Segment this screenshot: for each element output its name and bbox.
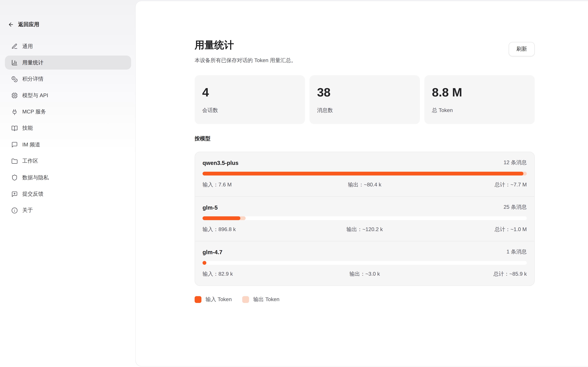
legend-output-token: 输出 Token	[242, 296, 280, 303]
token-usage-bar	[202, 172, 527, 176]
bar-chart-icon	[11, 59, 18, 66]
stat-label: 会话数	[202, 107, 298, 114]
sidebar-item-label: 模型与 API	[22, 92, 48, 99]
info-icon	[11, 207, 18, 214]
stat-card-sessions: 4 会话数	[195, 75, 305, 124]
plug-icon	[11, 109, 18, 115]
sidebar-item-general[interactable]: 通用	[5, 39, 131, 53]
stat-value: 4	[202, 86, 298, 100]
sidebar-item-mcp[interactable]: MCP 服务	[5, 105, 131, 119]
output-tokens: 输出：~3.0 k	[311, 271, 419, 278]
book-open-icon	[11, 125, 18, 132]
stat-value: 8.8 M	[432, 86, 527, 100]
total-tokens: 总计：~7.7 M	[419, 182, 527, 188]
message-plus-icon	[11, 191, 18, 197]
sidebar-item-label: 数据与隐私	[22, 174, 49, 181]
input-tokens: 输入：896.8 k	[202, 226, 311, 233]
message-square-icon	[11, 142, 18, 148]
refresh-button[interactable]: 刷新	[508, 42, 535, 56]
token-usage-bar	[202, 261, 527, 265]
stat-value: 38	[317, 86, 412, 100]
input-token-segment	[202, 216, 240, 220]
total-tokens: 总计：~85.9 k	[419, 271, 527, 278]
back-to-app-button[interactable]: 返回应用	[8, 21, 39, 28]
back-to-app-label: 返回应用	[18, 21, 39, 28]
app-window: 返回应用 通用 用量统计 积分详情	[0, 0, 588, 367]
sidebar-item-models-api[interactable]: 模型与 API	[5, 89, 131, 102]
model-row-qwen3.5-plus: qwen3.5-plus 12 条消息 输入：7.6 M 输出：~80.4 k …	[195, 152, 534, 196]
sidebar-item-label: 提交反馈	[22, 191, 44, 197]
sidebar-item-data-privacy[interactable]: 数据与隐私	[5, 171, 131, 184]
coins-icon	[11, 76, 18, 82]
stat-label: 总 Token	[432, 107, 527, 114]
input-token-segment	[202, 172, 523, 176]
stat-card-total-tokens: 8.8 M 总 Token	[424, 75, 535, 124]
model-message-count: 25 条消息	[503, 204, 527, 211]
model-name: glm-5	[202, 204, 218, 210]
input-tokens: 输入：7.6 M	[202, 182, 311, 188]
legend-input-token: 输入 Token	[195, 296, 232, 303]
model-message-count: 1 条消息	[507, 249, 527, 255]
shield-icon	[11, 174, 18, 181]
model-name: qwen3.5-plus	[202, 159, 238, 166]
output-tokens: 输出：~120.2 k	[311, 226, 419, 233]
page-title: 用量统计	[195, 39, 535, 51]
model-row-glm-4.7: glm-4.7 1 条消息 输入：82.9 k 输出：~3.0 k 总计：~85…	[195, 241, 534, 286]
stat-card-messages: 38 消息数	[309, 75, 420, 124]
sidebar-item-label: 工作区	[22, 158, 38, 165]
settings-sidebar: 返回应用 通用 用量统计 积分详情	[0, 0, 135, 367]
stat-label: 消息数	[317, 107, 412, 114]
input-token-swatch	[195, 296, 201, 303]
sidebar-item-skills[interactable]: 技能	[5, 121, 131, 135]
pencil-icon	[11, 43, 18, 50]
legend-label: 输入 Token	[206, 296, 232, 303]
main-panel: 刷新 用量统计 本设备所有已保存对话的 Token 用量汇总。 4 会话数 38…	[135, 1, 588, 366]
token-usage-bar	[202, 216, 527, 220]
input-tokens: 输入：82.9 k	[202, 271, 311, 278]
input-token-segment	[202, 261, 206, 265]
sidebar-item-credits[interactable]: 积分详情	[5, 72, 131, 86]
cpu-icon	[11, 92, 18, 99]
legend: 输入 Token 输出 Token	[195, 296, 535, 303]
legend-label: 输出 Token	[253, 296, 279, 303]
sidebar-nav: 通用 用量统计 积分详情 模型与 API	[5, 39, 131, 220]
sidebar-item-label: 积分详情	[22, 76, 44, 83]
sidebar-item-feedback[interactable]: 提交反馈	[5, 187, 131, 201]
model-name: glm-4.7	[202, 249, 222, 255]
sidebar-item-about[interactable]: 关于	[5, 203, 131, 217]
folder-icon	[11, 158, 18, 164]
model-row-glm-5: glm-5 25 条消息 输入：896.8 k 输出：~120.2 k 总计：~…	[195, 196, 534, 241]
usage-stats-page: 刷新 用量统计 本设备所有已保存对话的 Token 用量汇总。 4 会话数 38…	[195, 1, 535, 303]
sidebar-item-label: 用量统计	[22, 59, 44, 66]
sidebar-item-label: 通用	[22, 43, 33, 50]
sidebar-item-label: IM 频道	[22, 142, 40, 148]
sidebar-item-im-channels[interactable]: IM 频道	[5, 138, 131, 152]
by-model-heading: 按模型	[195, 135, 535, 142]
sidebar-item-label: MCP 服务	[22, 108, 46, 115]
total-tokens: 总计：~1.0 M	[419, 226, 527, 233]
sidebar-item-workspace[interactable]: 工作区	[5, 154, 131, 168]
page-subtitle: 本设备所有已保存对话的 Token 用量汇总。	[195, 57, 535, 64]
model-message-count: 12 条消息	[503, 159, 527, 166]
output-token-swatch	[242, 296, 249, 303]
stats-row: 4 会话数 38 消息数 8.8 M 总 Token	[195, 75, 535, 124]
output-tokens: 输出：~80.4 k	[311, 182, 419, 188]
sidebar-item-label: 技能	[22, 125, 33, 132]
sidebar-item-usage-stats[interactable]: 用量统计	[5, 56, 131, 70]
sidebar-item-label: 关于	[22, 207, 33, 214]
arrow-left-icon	[8, 22, 14, 28]
models-card: qwen3.5-plus 12 条消息 输入：7.6 M 输出：~80.4 k …	[195, 152, 535, 286]
